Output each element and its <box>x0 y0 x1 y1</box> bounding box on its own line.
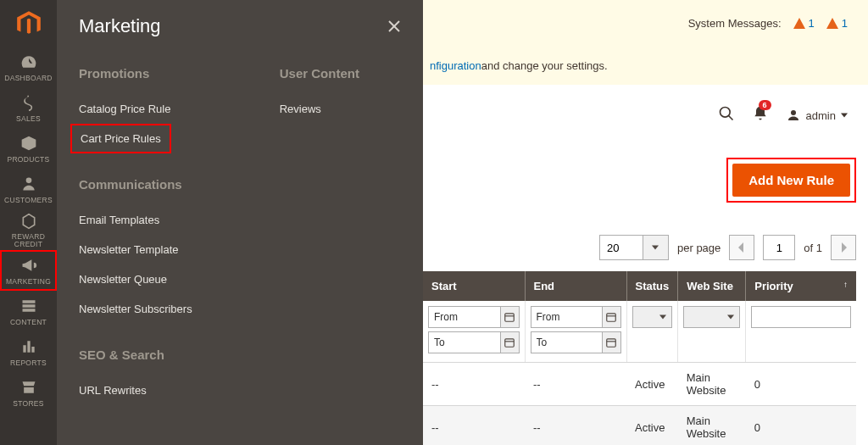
section-communications: Communications <box>79 177 234 192</box>
account-name: admin <box>806 109 836 122</box>
page-size-input[interactable] <box>599 235 643 260</box>
rail-sales[interactable]: SALES <box>0 87 57 128</box>
chart-icon <box>19 337 38 356</box>
th-start[interactable]: Start <box>423 271 525 301</box>
svg-rect-12 <box>607 339 616 347</box>
link-reviews[interactable]: Reviews <box>280 94 321 124</box>
system-messages-label: System Messages: <box>688 17 782 30</box>
filter-end-from[interactable] <box>531 306 603 328</box>
warning-count: 1 <box>809 17 815 30</box>
chevron-down-icon[interactable] <box>643 235 669 260</box>
link-newsletter-queue[interactable]: Newsletter Queue <box>79 264 167 294</box>
cell-site: Main Website <box>678 363 746 406</box>
current-page-input[interactable] <box>763 235 795 260</box>
rules-table: Start End Status Web Site Priority ↑ <box>423 271 856 445</box>
table-row[interactable]: -- -- Active Main Website 0 <box>423 406 856 446</box>
rail-item-label: CONTENT <box>10 318 47 326</box>
link-url-rewrites[interactable]: URL Rewrites <box>79 375 147 405</box>
svg-rect-10 <box>607 314 616 321</box>
rail-content[interactable]: CONTENT <box>0 291 57 331</box>
th-end[interactable]: End <box>525 271 626 301</box>
filter-website-select[interactable] <box>683 306 740 328</box>
hexagon-icon <box>19 212 38 231</box>
th-priority[interactable]: Priority ↑ <box>746 271 856 301</box>
rail-products[interactable]: PRODUCTS <box>0 128 57 169</box>
cell-start: -- <box>423 406 525 446</box>
rail-item-label: CUSTOMERS <box>4 196 53 204</box>
th-status[interactable]: Status <box>626 271 678 301</box>
rail-item-label: PRODUCTS <box>7 155 49 164</box>
search-icon[interactable] <box>718 105 735 125</box>
rail-item-label: STORES <box>13 399 44 408</box>
store-icon <box>19 378 38 397</box>
notifications-icon[interactable]: 6 <box>752 105 769 125</box>
chevron-down-icon <box>841 112 848 119</box>
warning-badge-1[interactable]: 1 <box>793 17 815 30</box>
admin-rail: DASHBOARD SALES PRODUCTS CUSTOMERS REWAR… <box>0 0 57 445</box>
link-email-templates[interactable]: Email Templates <box>79 205 159 235</box>
page-header-actions: 6 admin <box>423 85 868 146</box>
marketing-panel: Marketing Promotions Catalog Price Rule … <box>57 0 423 445</box>
section-user-content: User Content <box>280 66 401 81</box>
rail-customers[interactable]: CUSTOMERS <box>0 169 57 209</box>
th-website[interactable]: Web Site <box>678 271 746 301</box>
page-total-label: of 1 <box>804 242 822 254</box>
link-newsletter-subscribers[interactable]: Newsletter Subscribers <box>79 294 192 324</box>
rail-item-label: MARKETING <box>6 277 51 286</box>
warning-icon <box>826 18 838 29</box>
cell-start: -- <box>423 363 525 406</box>
page-size-select[interactable] <box>599 235 669 260</box>
notifications-count: 6 <box>759 100 771 110</box>
box-icon <box>19 134 38 153</box>
section-seo: SEO & Search <box>79 348 234 362</box>
calendar-icon[interactable] <box>603 306 621 328</box>
add-new-rule-button[interactable]: Add New Rule <box>732 164 850 197</box>
filter-end-to[interactable] <box>531 331 603 353</box>
calendar-icon[interactable] <box>501 306 520 328</box>
layers-icon <box>19 297 38 315</box>
prev-page-button[interactable] <box>729 235 754 260</box>
actions-row: Add New Rule <box>423 156 868 203</box>
config-link[interactable]: nfiguration <box>430 59 481 72</box>
calendar-icon[interactable] <box>603 331 621 353</box>
gauge-icon <box>19 53 38 71</box>
pager: per page of 1 <box>423 231 868 264</box>
rail-item-label: SALES <box>16 114 41 123</box>
per-page-label: per page <box>677 242 721 254</box>
svg-point-0 <box>25 177 31 183</box>
cell-priority: 0 <box>746 406 856 446</box>
rail-dashboard[interactable]: DASHBOARD <box>0 47 57 87</box>
add-new-rule-highlight: Add New Rule <box>726 158 856 203</box>
table-row[interactable]: -- -- Active Main Website 0 <box>423 363 856 406</box>
rail-reports[interactable]: REPORTS <box>0 331 57 372</box>
cell-end: -- <box>525 406 626 446</box>
filter-status-select[interactable] <box>632 306 673 328</box>
rail-item-label: DASHBOARD <box>4 74 53 82</box>
person-icon <box>19 175 38 193</box>
link-cart-price-rules[interactable]: Cart Price Rules <box>70 124 171 153</box>
megaphone-icon <box>19 256 38 275</box>
filter-start-from[interactable] <box>428 306 501 328</box>
svg-line-4 <box>728 116 732 120</box>
sort-asc-icon: ↑ <box>843 280 848 289</box>
rail-item-label: REPORTS <box>10 359 47 367</box>
account-dropdown[interactable]: admin <box>786 108 848 123</box>
warning-count: 1 <box>842 17 848 30</box>
filter-priority-input[interactable] <box>751 306 851 328</box>
warning-badge-2[interactable]: 1 <box>826 17 848 30</box>
link-catalog-price-rule[interactable]: Catalog Price Rule <box>79 94 170 124</box>
next-page-button[interactable] <box>831 235 856 260</box>
calendar-icon[interactable] <box>501 331 520 353</box>
cell-status: Active <box>626 406 678 446</box>
svg-point-5 <box>791 110 796 115</box>
link-newsletter-template[interactable]: Newsletter Template <box>79 235 179 264</box>
cell-status: Active <box>626 363 678 406</box>
rail-reward[interactable]: REWARD CREDIT <box>0 209 57 250</box>
filter-start-to[interactable] <box>428 331 501 353</box>
config-hint: nfiguration and change your settings. <box>423 46 868 85</box>
section-promotions: Promotions <box>79 66 234 81</box>
close-icon[interactable] <box>387 19 401 33</box>
rail-marketing[interactable]: MARKETING <box>0 250 57 291</box>
rail-stores[interactable]: STORES <box>0 372 57 413</box>
dollar-icon <box>19 93 38 112</box>
